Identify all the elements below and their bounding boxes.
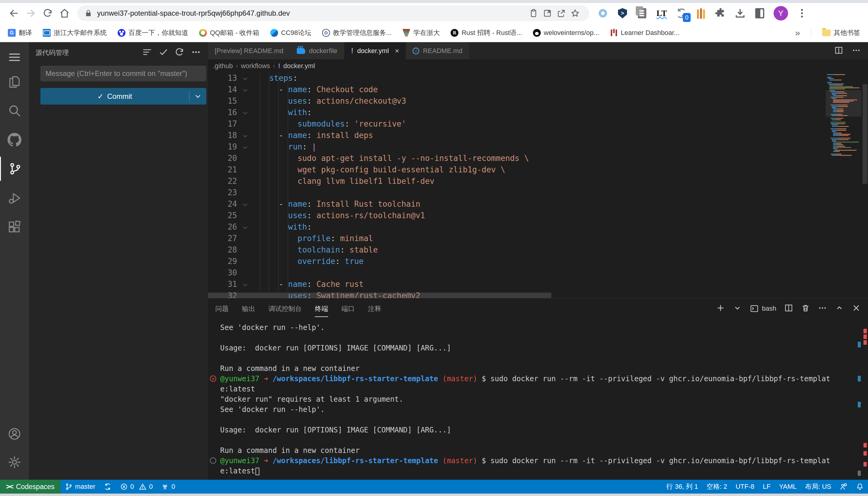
ports-status[interactable]: 0 — [157, 480, 179, 494]
code-line[interactable]: 21 wget pkg-config build-essential zlib1… — [208, 164, 868, 175]
code-editor[interactable]: 13 steps:14 - name: Checkout code15 uses… — [208, 72, 868, 298]
menu-hamburger-icon[interactable] — [0, 45, 29, 69]
search-icon[interactable] — [0, 98, 29, 123]
bookmark-item[interactable]: 浙江大学邮件系统 — [43, 28, 107, 37]
code-line[interactable]: 27 profile: minimal — [208, 233, 868, 244]
open-in-new-icon[interactable] — [540, 6, 554, 20]
editor-more-icon[interactable] — [852, 46, 861, 56]
other-bookmarks[interactable]: 其他书签 — [822, 28, 860, 37]
sync-extension-icon[interactable]: 0 — [676, 7, 687, 19]
code-line[interactable]: 16 with: — [208, 107, 868, 118]
scm-more-icon[interactable] — [191, 47, 201, 58]
code-line[interactable]: 31 - name: Cache rust — [208, 278, 868, 290]
code-line[interactable]: 20 sudo apt-get install -y --no-install-… — [208, 153, 868, 164]
bookmarks-overflow-chevron[interactable]: » — [795, 28, 800, 38]
kill-terminal-icon[interactable] — [801, 304, 810, 314]
run-debug-icon[interactable] — [0, 186, 29, 210]
home-button[interactable] — [56, 5, 73, 22]
bookmark-item[interactable]: 教学管理信息服务... — [322, 28, 391, 37]
layout-indicator[interactable]: 布局: US — [801, 480, 835, 494]
puzzle-extensions-icon[interactable] — [715, 7, 726, 19]
url-bar[interactable]: yunwei37-potential-space-trout-rpr5qwj66… — [77, 5, 589, 21]
panel-more-icon[interactable] — [818, 304, 827, 314]
bookmark-item[interactable]: 学在浙大 — [402, 28, 440, 37]
maximize-panel-icon[interactable] — [835, 304, 844, 314]
new-terminal-icon[interactable] — [716, 304, 725, 314]
commit-button[interactable]: ✓ Commit — [41, 88, 206, 105]
code-line[interactable]: 26 with: — [208, 221, 868, 233]
code-line[interactable]: 23 — [208, 187, 868, 198]
ring-extension-icon[interactable] — [597, 7, 609, 19]
fold-chevron-icon[interactable] — [241, 84, 250, 95]
panel-tab[interactable]: 输出 — [242, 300, 255, 317]
code-line[interactable]: 19 run: | — [208, 141, 868, 153]
bookmark-item[interactable]: 百度一下，你就知道 — [118, 28, 188, 37]
share-icon[interactable] — [554, 6, 568, 20]
breadcrumb[interactable]: .github › workflows › ! docker.yml — [208, 59, 868, 72]
github-icon[interactable] — [0, 128, 29, 152]
code-line[interactable]: 18 - name: install deps — [208, 129, 868, 141]
remote-indicator[interactable]: >< Codespaces — [0, 480, 61, 494]
downloads-icon[interactable] — [734, 7, 746, 19]
commit-dropdown-chevron[interactable] — [190, 93, 206, 100]
problems-status[interactable]: 0 0 — [116, 480, 157, 494]
line-col-indicator[interactable]: 行 36, 列 1 — [662, 480, 702, 494]
breadcrumb-file[interactable]: docker.yml — [283, 62, 315, 70]
commit-message-input[interactable] — [41, 66, 206, 81]
terminal-output[interactable]: See 'docker run --help'.Usage: docker ru… — [208, 319, 868, 480]
breadcrumb-folder[interactable]: .github — [213, 62, 233, 70]
fold-chevron-icon[interactable] — [241, 141, 250, 153]
code-line[interactable]: 17 submodules: 'recursive' — [208, 118, 868, 129]
editor-scrollbar[interactable] — [863, 84, 867, 184]
code-line[interactable]: 22 clang llvm libelf1 libelf-dev — [208, 175, 868, 187]
tab-dockerfile[interactable]: dockerfile — [290, 42, 344, 59]
copy-extension-icon[interactable] — [637, 7, 648, 19]
bookmark-item[interactable]: QQ邮箱 - 收件箱 — [199, 28, 259, 37]
account-icon[interactable] — [0, 422, 29, 446]
code-line[interactable]: 24 - name: Install Rust toolchain — [208, 198, 868, 210]
bookmark-item[interactable]: RRust 招聘 - Rust语... — [451, 28, 522, 37]
source-control-icon[interactable] — [0, 157, 29, 181]
bookmark-item[interactable]: weloveinterns/op... — [533, 29, 599, 37]
fold-chevron-icon[interactable] — [241, 198, 250, 210]
code-line[interactable]: 29 override: true — [208, 255, 868, 267]
language-indicator[interactable]: YAML — [775, 480, 801, 494]
pencils-extension-icon[interactable] — [695, 7, 707, 19]
terminal-instance-bash[interactable]: bash — [750, 304, 776, 313]
browser-menu-icon[interactable] — [796, 7, 808, 19]
tab-docker-yml[interactable]: !docker.yml× — [344, 42, 406, 59]
back-button[interactable] — [5, 5, 22, 22]
split-terminal-icon[interactable] — [784, 304, 793, 314]
code-line[interactable]: 30 — [208, 267, 868, 278]
fold-chevron-icon[interactable] — [241, 107, 250, 118]
extensions-icon[interactable] — [0, 215, 29, 239]
breadcrumb-subfolder[interactable]: workflows — [241, 62, 270, 70]
minimap[interactable] — [826, 72, 862, 298]
languagetool-icon[interactable]: LT — [656, 7, 668, 19]
scm-commit-check-icon[interactable] — [159, 47, 168, 58]
fold-chevron-icon[interactable] — [241, 221, 250, 233]
shield-extension-icon[interactable]: > — [617, 7, 628, 19]
notifications-bell-icon[interactable] — [852, 480, 868, 494]
close-panel-icon[interactable] — [852, 304, 861, 314]
code-line[interactable]: 13 steps: — [208, 72, 868, 84]
panel-tab[interactable]: 调试控制台 — [268, 300, 302, 317]
forward-button[interactable] — [22, 5, 39, 22]
explorer-icon[interactable] — [0, 70, 29, 94]
branch-indicator[interactable]: master — [61, 480, 100, 494]
bookmark-star-icon[interactable] — [568, 6, 582, 20]
panel-tab[interactable]: 终端 — [315, 300, 328, 317]
code-line[interactable]: 28 toolchain: stable — [208, 244, 868, 255]
fold-chevron-icon[interactable] — [241, 278, 250, 290]
sidebar-toggle-icon[interactable] — [754, 7, 765, 19]
eol-indicator[interactable]: LF — [759, 480, 775, 494]
code-line[interactable]: 25 uses: actions-rs/toolchain@v1 — [208, 210, 868, 221]
clipboard-icon[interactable] — [527, 6, 540, 20]
fold-chevron-icon[interactable] — [241, 129, 250, 141]
bookmark-item[interactable]: Learner Dashboar... — [610, 29, 679, 37]
panel-tab[interactable]: 问题 — [215, 300, 229, 317]
split-editor-icon[interactable] — [834, 46, 843, 56]
settings-gear-icon[interactable] — [0, 450, 29, 474]
encoding-indicator[interactable]: UTF-8 — [731, 480, 759, 494]
sync-status[interactable] — [100, 480, 116, 494]
